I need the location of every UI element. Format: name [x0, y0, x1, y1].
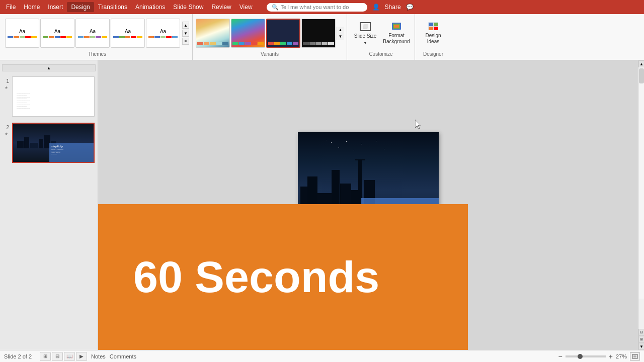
zoom-level[interactable]: 27%: [616, 353, 627, 359]
variants-content: ▲ ▼: [196, 16, 344, 50]
share-button[interactable]: Share: [385, 4, 401, 11]
search-input[interactable]: [281, 4, 356, 10]
variants-scroll[interactable]: ▲ ▼: [337, 27, 344, 40]
menu-bar: File Home Insert Design Transitions Anim…: [0, 0, 644, 14]
scroll-panel-resize2[interactable]: ⊞: [638, 336, 644, 343]
notes-button[interactable]: Notes: [91, 353, 106, 359]
theme-3[interactable]: Aa: [75, 19, 110, 48]
variants-section: ▲ ▼ Variants: [193, 14, 347, 60]
themes-scroll-up[interactable]: ▲: [182, 22, 189, 29]
slide-size-icon: ⬜: [360, 22, 371, 31]
comments-button[interactable]: Comments: [110, 353, 136, 359]
format-background-button[interactable]: Format Background: [381, 19, 412, 48]
design-ribbon: Aa Aa Aa: [0, 14, 644, 60]
zoom-minus-btn[interactable]: −: [558, 352, 562, 360]
menu-animations[interactable]: Animations: [131, 2, 169, 12]
slide-panel: ▲ 1 ★ ___________________ ______________…: [0, 60, 98, 350]
themes-scroll-more[interactable]: ≡: [182, 38, 189, 45]
fit-slide-btn[interactable]: [630, 352, 640, 360]
designer-content: Design Ideas: [418, 16, 448, 50]
variant-3[interactable]: [266, 19, 300, 48]
view-normal-btn[interactable]: ⊞: [40, 352, 51, 361]
themes-section: Aa Aa Aa: [2, 14, 193, 60]
menu-slideshow[interactable]: Slide Show: [169, 2, 207, 12]
format-bg-icon: [391, 22, 402, 31]
view-slide-sorter-btn[interactable]: ⊟: [52, 352, 63, 361]
variant-2[interactable]: [231, 19, 265, 48]
slide-star-1: ★: [5, 84, 8, 90]
slide-info: Slide 2 of 2: [4, 353, 32, 359]
comments-icon[interactable]: 💬: [406, 4, 414, 11]
themes-scroll[interactable]: ▲ ▼ ≡: [182, 22, 189, 45]
themes-content: Aa Aa Aa: [5, 16, 189, 50]
themes-scroll-down[interactable]: ▼: [182, 30, 189, 37]
variants-scroll-up[interactable]: ▲: [337, 27, 344, 33]
big-text-overlay: 60 Seconds: [133, 255, 379, 299]
theme-2[interactable]: Aa: [40, 19, 74, 48]
menu-review[interactable]: Review: [207, 2, 235, 12]
scroll-panel-resize[interactable]: ⊟: [638, 329, 644, 336]
svg-rect-9: [633, 355, 636, 357]
theme-4[interactable]: Aa: [111, 19, 145, 48]
menu-file[interactable]: File: [2, 2, 20, 12]
orange-overlay: 60 Seconds: [98, 204, 468, 350]
designer-label: Designer: [418, 50, 448, 58]
menu-view[interactable]: View: [235, 2, 257, 12]
canvas-area: simplicity. simplicity is a multipurpose…: [98, 60, 638, 350]
svg-rect-6: [429, 27, 433, 30]
slide-size-button[interactable]: ⬜ Slide Size ▼: [350, 19, 380, 48]
menu-home[interactable]: Home: [20, 2, 44, 12]
variant-4[interactable]: [301, 19, 336, 48]
slide-num-2: 2: [3, 123, 9, 130]
svg-rect-7: [434, 27, 438, 30]
variants-scroll-down[interactable]: ▼: [337, 33, 344, 40]
zoom-thumb[interactable]: [578, 354, 583, 359]
zoom-slider[interactable]: [566, 355, 606, 357]
menu-design[interactable]: Design: [67, 2, 94, 12]
main-area: ▲ 1 ★ ___________________ ______________…: [0, 60, 644, 350]
slide-num-1: 1: [3, 76, 9, 84]
view-slideshow-btn[interactable]: ▶: [76, 352, 87, 361]
slide-panel-scroll-up[interactable]: ▲: [2, 64, 96, 71]
slide-thumb-1: 1 ★ ___________________ _______________ …: [2, 75, 96, 118]
view-reading-btn[interactable]: 📖: [64, 352, 75, 361]
slide-thumbnail-2[interactable]: simplicity. simplicity is a multipurpose…: [12, 123, 95, 163]
status-bar: Slide 2 of 2 ⊞ ⊟ 📖 ▶ Notes Comments − + …: [0, 350, 644, 362]
menu-transitions[interactable]: Transitions: [94, 2, 131, 12]
svg-rect-5: [434, 23, 438, 26]
slide-size-dropdown-icon: ▼: [364, 41, 367, 45]
scroll-thumb[interactable]: [639, 68, 644, 83]
customize-section: ⬜ Slide Size ▼ Format Background Customi…: [347, 14, 415, 60]
vertical-scrollbar[interactable]: ▲ ⊟ ⊞ ▼: [638, 60, 644, 350]
theme-1[interactable]: Aa: [5, 19, 39, 48]
slide-thumb-2: 2 ★ simplicity. simplicity is a multipur…: [2, 122, 96, 164]
designer-section: Design Ideas Designer: [415, 14, 451, 60]
variants-label: Variants: [196, 50, 344, 58]
slide-star-2: ★: [5, 131, 8, 136]
slide-thumbnail-1[interactable]: ___________________ _______________ ____…: [12, 76, 95, 117]
user-icon: 👤: [372, 4, 380, 11]
cursor-indicator: [415, 120, 423, 131]
scroll-up-btn[interactable]: ▲: [638, 60, 644, 67]
svg-rect-4: [429, 23, 433, 26]
variant-1[interactable]: [196, 19, 230, 48]
theme-5[interactable]: Aa: [146, 19, 180, 48]
scroll-down-btn[interactable]: ▼: [638, 343, 644, 350]
search-icon: 🔍: [272, 4, 279, 11]
svg-rect-2: [394, 25, 399, 28]
design-ideas-button[interactable]: Design Ideas: [418, 19, 448, 48]
customize-content: ⬜ Slide Size ▼ Format Background: [350, 16, 412, 50]
menu-insert[interactable]: Insert: [44, 2, 67, 12]
customize-label: Customize: [350, 50, 412, 58]
themes-label: Themes: [5, 50, 189, 58]
zoom-plus-btn[interactable]: +: [609, 352, 613, 360]
canvas-wrapper: simplicity. simplicity is a multipurpose…: [98, 60, 644, 350]
status-right: − + 27%: [558, 352, 640, 360]
scroll-track[interactable]: [638, 67, 644, 299]
design-ideas-icon: [428, 22, 439, 31]
